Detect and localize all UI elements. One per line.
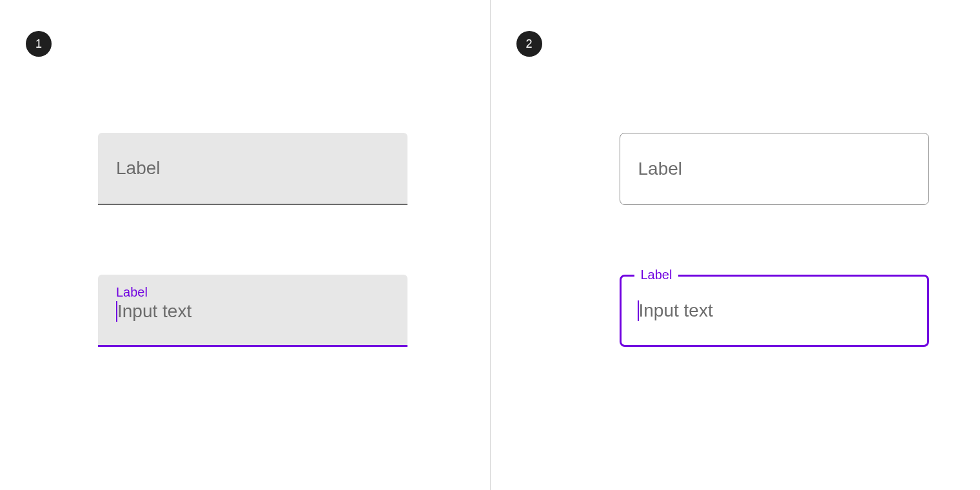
filled-fields-group: Label Label Input text bbox=[98, 133, 407, 347]
filled-active-input-text: Input text bbox=[117, 301, 191, 322]
filled-inactive-label: Label bbox=[116, 158, 161, 179]
outlined-active-floating-label: Label bbox=[634, 268, 679, 282]
outlined-active-input-text: Input text bbox=[639, 300, 713, 321]
comparison-container: 1 Label Label Input text 2 Label bbox=[0, 0, 980, 490]
panel-badge-2: 2 bbox=[516, 31, 542, 57]
panel-filled-variants: 1 Label Label Input text bbox=[0, 0, 491, 490]
outlined-inactive-label: Label bbox=[638, 159, 683, 179]
filled-active-input-row: Input text bbox=[116, 301, 389, 322]
panel-outlined-variants: 2 Label Label Input text bbox=[491, 0, 981, 490]
filled-text-field-active[interactable]: Label Input text bbox=[98, 275, 407, 347]
outlined-active-input-row: Input text bbox=[638, 300, 713, 321]
panel-badge-1: 1 bbox=[26, 31, 52, 57]
outlined-text-field-active[interactable]: Label Input text bbox=[620, 275, 929, 347]
filled-text-field-inactive[interactable]: Label bbox=[98, 133, 407, 205]
outlined-fields-group: Label Label Input text bbox=[620, 133, 929, 347]
filled-active-floating-label: Label bbox=[116, 285, 389, 300]
outlined-text-field-inactive[interactable]: Label bbox=[620, 133, 929, 205]
badge-number: 2 bbox=[525, 37, 532, 51]
badge-number: 1 bbox=[35, 37, 42, 51]
